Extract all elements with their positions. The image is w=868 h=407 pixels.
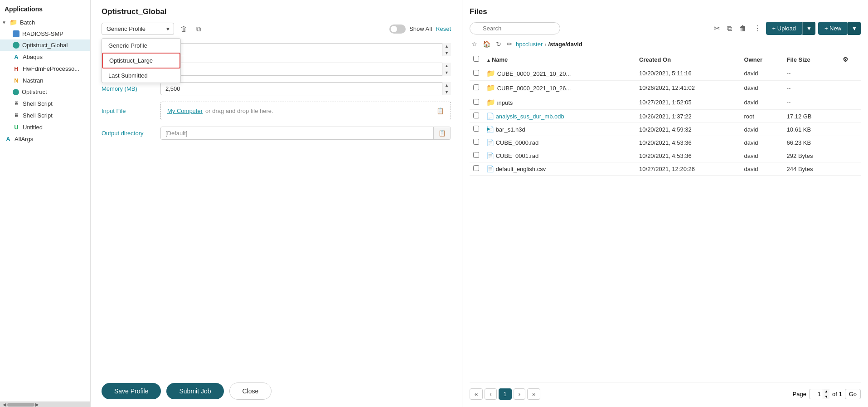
search-input[interactable] <box>470 22 560 34</box>
new-dropdown-arrow[interactable]: ▼ <box>848 22 861 35</box>
row-created: 10/26/2021, 1:37:22 <box>635 110 740 123</box>
memory-label: Memory (MB) <box>102 85 160 92</box>
breadcrumb-edit-btn[interactable]: ✏ <box>505 39 514 49</box>
row-size: 17.12 GB <box>783 110 839 123</box>
page-increment-btn[interactable]: ▲ <box>823 389 829 394</box>
files-panel: Files 🔍 ✂ ⧉ 🗑 ⋮ + Upload ▼ + New ▼ <box>462 0 868 407</box>
browse-file-btn[interactable]: 📋 <box>436 108 444 114</box>
reset-link[interactable]: Reset <box>436 25 451 32</box>
browse-output-btn[interactable]: 📋 <box>433 127 451 139</box>
row-checkbox[interactable] <box>470 162 483 176</box>
row-actions <box>839 162 861 176</box>
memory-input[interactable] <box>160 82 451 95</box>
breadcrumb-home-btn[interactable]: 🏠 <box>481 39 492 49</box>
dropdown-item-generic-profile[interactable]: Generic Profile <box>102 39 180 53</box>
breadcrumb-star-btn[interactable]: ☆ <box>470 39 479 49</box>
row-select-checkbox[interactable] <box>473 139 479 145</box>
row-select-checkbox[interactable] <box>473 126 479 132</box>
header-settings-col[interactable]: ⚙ <box>839 53 861 66</box>
header-created-col[interactable]: Created On <box>635 53 740 66</box>
row-checkbox[interactable] <box>470 136 483 149</box>
memory-spin-wrapper: ▲ ▼ <box>160 82 451 95</box>
row-select-checkbox[interactable] <box>473 152 479 158</box>
sidebar-item-hwfdm[interactable]: H HwFdmFeProcesso... <box>0 63 90 74</box>
delete-btn[interactable]: 🗑 <box>737 23 749 34</box>
row-select-checkbox[interactable] <box>473 113 479 118</box>
row-select-checkbox[interactable] <box>473 70 479 76</box>
row-checkbox[interactable] <box>470 81 483 95</box>
cores-decrement-btn[interactable]: ▼ <box>442 69 451 76</box>
header-name-col[interactable]: ▲Name <box>483 53 635 66</box>
go-button[interactable]: Go <box>845 389 861 399</box>
output-dir-row: Output directory 📋 <box>102 127 451 140</box>
row-checkbox[interactable] <box>470 95 483 110</box>
file-drop-zone[interactable]: My Computer or drag and drop file here. … <box>160 102 451 120</box>
header-size-col[interactable]: File Size <box>783 53 839 66</box>
sidebar-item-nastran[interactable]: N Nastran <box>0 74 90 86</box>
row-checkbox[interactable] <box>470 123 483 136</box>
cores-spinners: ▲ ▼ <box>442 63 451 76</box>
memory-increment-btn[interactable]: ▲ <box>442 82 451 89</box>
table-row: 📄 analysis_sus_dur_mb.odb 10/26/2021, 1:… <box>470 110 861 123</box>
breadcrumb-refresh-btn[interactable]: ↻ <box>494 39 503 49</box>
page-next-btn[interactable]: › <box>514 388 525 400</box>
cores-input[interactable] <box>160 63 451 76</box>
more-btn[interactable]: ⋮ <box>752 22 763 34</box>
cut-btn[interactable]: ✂ <box>712 22 722 34</box>
sidebar-item-optistruct[interactable]: Optistruct <box>0 86 90 98</box>
dropdown-item-optistruct-large[interactable]: Optistruct_Large <box>102 53 180 69</box>
row-checkbox[interactable] <box>470 110 483 123</box>
show-all-toggle[interactable] <box>389 25 406 34</box>
sidebar-item-batch[interactable]: ▼ 📁 Batch <box>0 16 90 28</box>
settings-icon[interactable]: ⚙ <box>843 56 849 63</box>
row-select-checkbox[interactable] <box>473 99 479 105</box>
page-decrement-btn[interactable]: ▼ <box>823 394 829 400</box>
sidebar-item-untitled[interactable]: U Untitled <box>0 121 90 133</box>
app-icon-optistruct <box>13 89 19 95</box>
scroll-left-btn[interactable]: ◀ <box>2 402 7 407</box>
version-decrement-btn[interactable]: ▼ <box>442 50 451 57</box>
page-prev-btn[interactable]: ‹ <box>485 388 496 400</box>
row-name: 📄 CUBE_0000.rad <box>483 136 635 149</box>
row-checkbox[interactable] <box>470 149 483 162</box>
sidebar-scrollbar[interactable]: ◀ ▶ <box>0 402 90 407</box>
page-current-btn[interactable]: 1 <box>499 388 512 400</box>
profile-select[interactable]: Generic Profile <box>102 23 174 35</box>
cores-increment-btn[interactable]: ▲ <box>442 63 451 69</box>
version-increment-btn[interactable]: ▲ <box>442 43 451 50</box>
upload-button[interactable]: + Upload <box>766 22 802 35</box>
sidebar-item-shell-script-2[interactable]: 🖥 Shell Script <box>0 109 90 121</box>
sidebar-item-label: HwFdmFeProcesso... <box>23 65 79 72</box>
header-owner-col[interactable]: Owner <box>741 53 783 66</box>
scroll-thumb[interactable] <box>7 403 34 407</box>
select-all-checkbox[interactable] <box>473 56 479 62</box>
upload-dropdown-arrow[interactable]: ▼ <box>802 22 815 35</box>
row-select-checkbox[interactable] <box>473 84 479 90</box>
my-computer-link[interactable]: My Computer <box>167 108 203 114</box>
output-dir-input[interactable] <box>161 127 433 139</box>
scroll-right-btn[interactable]: ▶ <box>34 402 40 407</box>
copy-profile-btn[interactable]: ⧉ <box>194 23 204 35</box>
save-profile-button[interactable]: Save Profile <box>102 383 161 399</box>
delete-profile-btn[interactable]: 🗑 <box>178 23 190 34</box>
dropdown-item-last-submitted[interactable]: Last Submitted <box>102 69 180 83</box>
sidebar-item-radioss-smp[interactable]: RADIOSS-SMP <box>0 28 90 39</box>
copy-btn[interactable]: ⧉ <box>725 23 734 34</box>
table-row: 📄▶ bar_s1.h3d 10/20/2021, 4:59:32 david … <box>470 123 861 136</box>
breadcrumb-cluster[interactable]: hpccluster <box>516 41 543 48</box>
sidebar-item-abaqus[interactable]: A Abaqus <box>0 51 90 63</box>
row-name: 📄▶ bar_s1.h3d <box>483 123 635 136</box>
version-input[interactable] <box>160 43 451 56</box>
sidebar-item-shell-script-1[interactable]: 🖥 Shell Script <box>0 98 90 109</box>
row-checkbox[interactable] <box>470 66 483 81</box>
new-button[interactable]: + New <box>818 22 848 35</box>
page-last-btn[interactable]: » <box>527 388 540 400</box>
sidebar-item-allargs[interactable]: A AllArgs <box>0 133 90 145</box>
page-first-btn[interactable]: « <box>470 388 483 400</box>
submit-job-button[interactable]: Submit Job <box>166 383 223 399</box>
row-select-checkbox[interactable] <box>473 165 479 171</box>
memory-decrement-btn[interactable]: ▼ <box>442 89 451 96</box>
sidebar-item-optistruct-global[interactable]: Optistruct_Global <box>0 39 90 51</box>
file-name-text: CUBE_0000_2021_10_26... <box>497 85 571 92</box>
close-button[interactable]: Close <box>229 382 272 400</box>
